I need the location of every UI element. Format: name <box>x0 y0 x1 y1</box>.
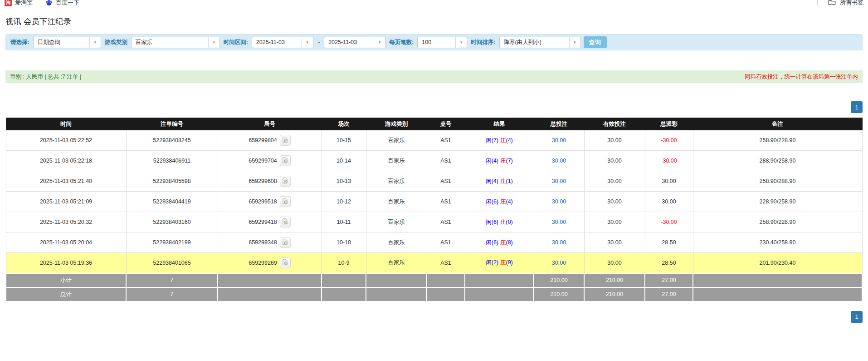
summary-label-cell: 总计 <box>6 287 126 302</box>
date-to-select[interactable]: 2025-11-03 ▼ <box>324 37 385 48</box>
baidu-paw-icon <box>45 0 53 6</box>
bookmark-taobao[interactable]: 淘 爱淘宝 <box>5 0 33 6</box>
remark: 230.40/258.90 <box>760 239 796 246</box>
column-header: 结果 <box>465 118 534 130</box>
folder-icon <box>828 0 836 6</box>
cell-total-bet: 30.00 <box>534 130 584 151</box>
total-bet-link[interactable]: 30.00 <box>552 158 566 164</box>
cell-game-category: 百家乐 <box>366 253 427 273</box>
summary-total-bet: 210.00 <box>550 291 567 297</box>
cell-game-category: 百家乐 <box>366 232 427 253</box>
table-number: AS1 <box>440 219 451 225</box>
filter-bar: 请选择: 日期查询 ▼ 游戏类别 百家乐 ▼ 时间区间: 2025-11-03 … <box>5 34 863 50</box>
summary-label-cell: 小计 <box>6 273 126 287</box>
time-sort-label: 时间排序: <box>470 39 496 46</box>
summary-empty-cell <box>218 287 322 302</box>
cell-total-bet: 30.00 <box>534 212 584 232</box>
chevron-down-icon: ▼ <box>569 37 580 48</box>
cell-table-number: AS1 <box>427 130 465 151</box>
page-1-button-bottom[interactable]: 1 <box>851 311 863 323</box>
round-number: 659299608 <box>249 178 277 184</box>
cell-valid-bet: 30.00 <box>584 171 645 192</box>
result-banker: 庄 <box>500 239 506 246</box>
summary-empty-cell <box>465 287 534 302</box>
total-bet-link[interactable]: 30.00 <box>552 260 566 266</box>
cell-total-bet: 30.00 <box>534 151 584 171</box>
total-row: 总计7210.00210.0027.00 <box>6 287 862 302</box>
date-from-select[interactable]: 2025-11-03 ▼ <box>252 37 313 48</box>
chevron-down-icon: ▼ <box>302 37 313 48</box>
bet-id: 522938402199 <box>153 239 190 246</box>
column-header: 总投注 <box>534 118 584 130</box>
film-icon <box>282 136 288 144</box>
table-number: AS1 <box>440 137 451 143</box>
total-bet-link[interactable]: 30.00 <box>552 178 566 184</box>
cell-bet-id: 522938408245 <box>126 130 218 151</box>
cell-bet-id: 522938404419 <box>126 192 218 212</box>
bet-id: 522938403160 <box>153 219 190 225</box>
table-row: 2025-11-03 05:20:04522938402199659299348… <box>6 232 862 253</box>
table-row: 2025-11-03 05:20:32522938403160659299418… <box>6 212 862 232</box>
column-header: 总派彩 <box>645 118 693 130</box>
total-bet-link[interactable]: 30.00 <box>552 198 566 205</box>
page-1-button-top[interactable]: 1 <box>851 101 863 113</box>
cell-time: 2025-11-03 05:19:36 <box>6 253 126 273</box>
total-bet-link[interactable]: 30.00 <box>552 137 566 143</box>
bet-time: 2025-11-03 05:20:32 <box>40 219 92 225</box>
video-replay-button[interactable] <box>280 196 291 207</box>
column-header: 游戏类别 <box>366 118 427 130</box>
total-bet-link[interactable]: 30.00 <box>552 219 566 225</box>
cell-total-bet: 30.00 <box>534 253 584 273</box>
video-replay-button[interactable] <box>280 257 291 268</box>
cell-table-number: AS1 <box>427 253 465 273</box>
video-replay-button[interactable] <box>280 217 291 227</box>
summary-empty-cell <box>366 287 427 302</box>
page-size-select[interactable]: 100 ▼ <box>417 37 467 48</box>
cell-time: 2025-11-03 05:21:40 <box>6 171 126 192</box>
summary-total-bet-cell: 210.00 <box>534 273 584 287</box>
date-to-value: 2025-11-03 <box>324 37 374 48</box>
video-replay-button[interactable] <box>280 176 291 187</box>
time-sort-select[interactable]: 降幂(由大到小) ▼ <box>499 37 581 48</box>
valid-bet: 30.00 <box>607 158 621 164</box>
valid-bet: 30.00 <box>607 178 621 184</box>
video-replay-button[interactable] <box>280 237 291 248</box>
summary-empty-cell <box>427 287 465 302</box>
session-number: 10-15 <box>336 137 351 143</box>
total-bet-link[interactable]: 30.00 <box>552 239 566 246</box>
video-replay-button[interactable] <box>280 155 291 166</box>
bookmark-baidu[interactable]: 百度一下 <box>45 0 79 6</box>
bet-id: 522938401065 <box>153 260 190 266</box>
table-row: 2025-11-03 05:21:40522938405598659299608… <box>6 171 862 192</box>
cell-remark: 201.90/230.40 <box>693 253 862 273</box>
result-player: 闲(6) <box>486 219 498 225</box>
result-player: 闲(4) <box>486 158 498 164</box>
bookmarks-divider <box>817 0 818 6</box>
all-bookmarks-button[interactable]: 所有书签 <box>817 0 863 6</box>
cell-bet-id: 522938406911 <box>126 151 218 171</box>
video-replay-button[interactable] <box>280 135 291 146</box>
cell-valid-bet: 30.00 <box>584 192 645 212</box>
cell-payout: -30.00 <box>645 130 693 151</box>
round-number: 659299269 <box>249 260 277 266</box>
film-icon <box>282 238 288 247</box>
cell-table-number: AS1 <box>427 232 465 253</box>
chevron-down-icon: ▼ <box>374 37 385 48</box>
result-player: 闲(6) <box>486 239 498 246</box>
game-category-select[interactable]: 百家乐 ▼ <box>131 37 220 48</box>
taobao-icon: 淘 <box>5 0 12 6</box>
search-button[interactable]: 查询 <box>584 36 607 48</box>
summary-count-cell: 7 <box>126 287 218 302</box>
result-banker-points: (0) <box>506 219 513 225</box>
cell-result: 闲(2)庄(9) <box>465 253 534 273</box>
query-type-select[interactable]: 日期查询 ▼ <box>33 37 101 48</box>
remark: 288.90/258.90 <box>760 158 796 164</box>
chevron-down-icon: ▼ <box>455 37 467 48</box>
cell-table-number: AS1 <box>427 212 465 232</box>
column-header: 有效投注 <box>584 118 645 130</box>
cell-table-number: AS1 <box>427 192 465 212</box>
currency-total-text: 币别 : 人民币 | 总共 :7 注单 | <box>10 73 81 81</box>
total-payout: 30.00 <box>662 178 676 184</box>
all-bookmarks-label: 所有书签 <box>840 0 863 6</box>
table-row: 2025-11-03 05:21:09522938404419659299518… <box>6 192 862 212</box>
